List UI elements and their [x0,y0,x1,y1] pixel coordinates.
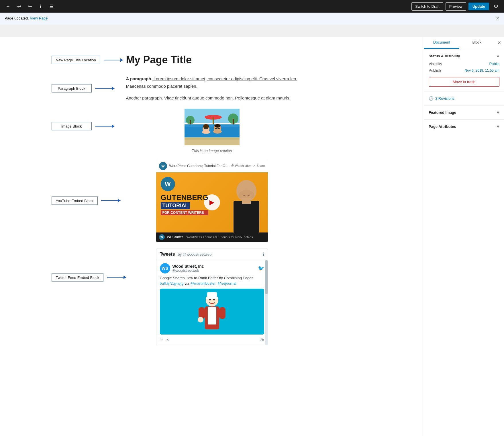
pool-image [185,109,240,145]
publish-value[interactable]: Nov 6, 2018, 11:55 am [465,69,499,73]
youtube-block-wrapper: YouTube Embed Block W WordPress Gutenber… [126,160,298,242]
view-page-link[interactable]: View Page [30,16,48,20]
twitter-header: Tweets by @woodstreetweb ℹ [156,249,268,260]
twitter-block[interactable]: Tweets by @woodstreetweb ℹ WS [156,249,268,345]
revisions-row[interactable]: 🕐 3 Revisions [429,96,499,101]
twitter-label-box: Twitter Feed Embed Block [52,273,104,281]
youtube-footer: W WPCrafter WordPress Themes & Tutorials… [156,232,268,242]
twitter-arrow [107,277,124,278]
youtube-person [225,172,268,232]
back-button[interactable]: ← [3,2,13,11]
svg-rect-13 [204,128,206,129]
twitter-annotation: Twitter Feed Embed Block [52,273,124,281]
page-attributes-chevron-icon: ∨ [497,124,499,129]
visibility-label: Visibility [429,62,442,66]
tweets-by: by @woodstreetweb [178,252,211,257]
tweet-mention-2[interactable]: @sejournal [217,281,236,286]
hamburger-button[interactable]: ☰ [47,2,56,11]
clock-icon: 🕐 [429,96,434,101]
sidebar-close-button[interactable]: ✕ [495,37,504,49]
update-button[interactable]: Update [468,3,489,10]
tweet-avatar: WS [160,263,170,273]
publish-label: Publish [429,68,441,73]
youtube-arrow [101,200,118,201]
paragraph-2: Another paragraph. Vitae tincidunt augue… [126,94,298,102]
tweets-title-row: Tweets by @woodstreetweb [160,252,212,257]
tab-document[interactable]: Document [424,37,459,49]
svg-point-38 [209,299,211,300]
svg-rect-19 [215,128,217,129]
youtube-channel-avatar: W [159,162,167,170]
visibility-value[interactable]: Public [489,62,499,66]
featured-image-title: Featured Image [429,110,456,115]
info-button[interactable]: ℹ [36,2,45,11]
undo-button[interactable]: ↩ [14,2,23,11]
youtube-block[interactable]: W WordPress Gutenberg Tutorial For Conte… [156,160,268,242]
page-attributes-header[interactable]: Page Attributes ∨ [429,124,499,129]
image-block[interactable]: This is an image caption [126,109,298,153]
status-section-header: Status & Visibility ∧ [429,54,499,58]
status-section-title: Status & Visibility [429,54,460,58]
notice-bar: Page updated. View Page ✕ [0,13,504,24]
redo-button[interactable]: ↪ [25,2,34,11]
youtube-label-box: YouTube Embed Block [52,196,98,205]
move-to-trash-button[interactable]: Move to trash [429,77,499,87]
svg-rect-36 [219,307,225,319]
youtube-actions: ⏱ Watch later ↗ Share [231,164,265,168]
svg-rect-8 [185,124,240,127]
watch-later-btn[interactable]: ⏱ Watch later [231,164,251,168]
paragraph-label-box: Paragraph Block [52,84,92,93]
image-arrow [95,126,112,126]
status-visibility-section: Status & Visibility ∧ Visibility Public … [424,49,504,91]
image-annotation: Image Block [52,122,112,130]
notice-close-button[interactable]: ✕ [496,15,499,21]
tweet-user-row: WS Wood Street, Inc @woodstreetweb 🐦 [160,263,264,273]
tweet-link[interactable]: buff.ly/2qynyjg [160,281,184,286]
svg-point-22 [213,130,222,134]
toolbar-right: Switch to Draft Preview Update ⚙ [411,2,501,11]
paragraph-block-wrapper: Paragraph Block A paragraph. Lorem ipsum… [126,75,298,102]
share-btn[interactable]: ↗ Share [253,164,265,168]
tab-block[interactable]: Block [459,37,495,49]
tweet-retweet-button[interactable]: ⟲ [166,338,169,342]
featured-image-header[interactable]: Featured Image ∨ [429,110,499,115]
svg-rect-32 [206,297,218,299]
sidebar: Document Block ✕ Status & Visibility ∧ V… [424,37,504,436]
paragraph-annotation: Paragraph Block [52,84,112,93]
page-attributes-title: Page Attributes [429,124,456,129]
wp-logo-icon: W [161,177,175,191]
svg-point-39 [213,299,215,300]
twitter-block-wrapper: Twitter Feed Embed Block Tweets by @wood… [126,249,298,345]
youtube-brand: WPCrafter [167,235,183,239]
page-title[interactable]: My Page Title [126,54,298,66]
twitter-info-icon[interactable]: ℹ [262,252,264,257]
switch-draft-button[interactable]: Switch to Draft [411,2,443,11]
image-block-wrapper: Image Block [126,109,298,153]
svg-text:W: W [161,164,165,168]
editor-area[interactable]: New Page Title Location My Page Title Pa… [0,37,424,436]
revisions-count: 3 Revisions [435,96,454,101]
settings-button[interactable]: ⚙ [491,2,501,11]
youtube-thumbnail[interactable]: W GUTENBERG TUTORIAL FOR CONTENT WRITERS [156,172,268,232]
title-arrow [104,60,121,60]
tweet-content: WS Wood Street, Inc @woodstreetweb 🐦 Goo… [156,260,268,345]
twitter-scrollbar[interactable] [265,260,268,345]
youtube-channel-title: WordPress Gutenberg Tutorial For Content… [169,164,229,168]
status-section-toggle[interactable]: ∧ [497,54,499,58]
wpcrafterlogo-icon: W [159,234,165,240]
twitter-scrollbar-thumb [265,260,268,294]
tweet-like-button[interactable]: ♡ [160,338,163,342]
tweet-image [160,289,264,335]
youtube-header: W WordPress Gutenberg Tutorial For Conte… [156,160,268,172]
svg-rect-34 [208,307,216,324]
paragraph-block[interactable]: A paragraph. Lorem ipsum dolor sit amet,… [126,75,298,102]
tweet-footer: ♡ ⟲ 2h [160,337,264,342]
notice-text: Page updated. View Page [5,16,48,20]
tweet-text: Google Shares How to Rank Better by Comb… [160,275,264,286]
tweet-mention-1[interactable]: @martinibuster [190,281,215,286]
preview-button[interactable]: Preview [446,2,466,11]
svg-rect-14 [206,128,208,129]
svg-rect-28 [242,198,251,204]
youtube-brand-sub: WordPress Themes & Tutorials for Non-Tec… [187,235,253,239]
svg-rect-27 [234,201,259,232]
